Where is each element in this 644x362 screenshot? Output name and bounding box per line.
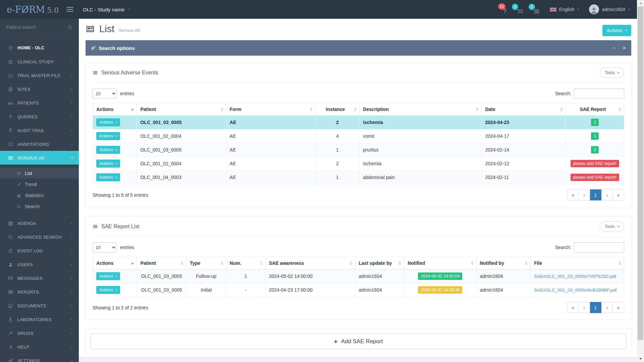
table-row[interactable]: Actions OLC_001_02_0004 AE 4 vomit 2024-…	[93, 129, 624, 143]
column-header-sae-awareness[interactable]: SAE awareness	[265, 257, 355, 269]
sidebar-item-advanced-search[interactable]: ADVANCED SEARCH	[0, 230, 79, 244]
add-sae-report-button[interactable]: + Add SAE Report	[91, 334, 626, 349]
sidebar-item-label: ANNOTATIONS	[17, 142, 71, 147]
language-selector[interactable]: English	[550, 7, 579, 12]
patient-search-input[interactable]	[6, 24, 67, 30]
column-header-patient[interactable]: Patient	[137, 103, 226, 116]
bed-icon	[6, 101, 14, 106]
table-row[interactable]: Actions OLC_001_03_0005 Initial - 2024-0…	[93, 283, 624, 297]
sidebar-item-queries[interactable]: ? QUERIES	[0, 110, 79, 123]
sae-report-tools-button[interactable]: Tools	[600, 221, 624, 232]
page-last-button[interactable]: »	[613, 302, 624, 313]
sidebar-item-audit-trail[interactable]: AUDIT TRAIL	[0, 123, 79, 137]
sidebar-item-drugs[interactable]: DRUGS	[0, 326, 79, 340]
sidebar-item-serious-ae[interactable]: SERIOUS AE	[0, 151, 79, 165]
row-actions-button[interactable]: Actions	[96, 272, 120, 280]
scroll-down-icon[interactable]	[639, 358, 642, 360]
sidebar-item-clinical-study[interactable]: CLINICAL STUDY	[0, 55, 79, 68]
sae-table: Actions Patient Form Instance Descriptio…	[93, 103, 624, 184]
column-header-last-update-by[interactable]: Last update by	[355, 257, 404, 269]
table-row[interactable]: Actions OLC_001_02_0004 AE 2 ischemia 20…	[93, 157, 624, 171]
page-next-button[interactable]: ›	[601, 302, 613, 313]
column-header-notified-by[interactable]: Notified by	[476, 257, 531, 269]
sidebar-item-reports[interactable]: REPORTS	[0, 285, 79, 299]
column-header-num[interactable]: Num.	[226, 257, 265, 269]
agenda-button[interactable]: 0	[534, 8, 540, 14]
column-header-type[interactable]: Type	[186, 257, 226, 269]
sae-report-missing-badge[interactable]: please add SAE report!	[571, 174, 619, 181]
column-header-sae-report[interactable]: SAE Report	[566, 103, 624, 116]
row-actions-button[interactable]: Actions	[96, 146, 120, 154]
sidebar-item-documents[interactable]: DOCUMENTS	[0, 299, 79, 312]
sae-report-count-badge[interactable]: 2	[591, 119, 599, 126]
submenu-item-statistics[interactable]: Statistics	[0, 190, 79, 201]
logo-version: 5.0	[47, 6, 59, 14]
column-header-actions[interactable]: Actions	[93, 103, 137, 116]
sidebar-item-help[interactable]: i HELP	[0, 340, 79, 354]
sidebar-item-event-log[interactable]: EVENT LOG	[0, 244, 79, 257]
sidebar-item-sites[interactable]: SITES	[0, 82, 79, 96]
page-first-button[interactable]: «	[567, 302, 579, 313]
file-link[interactable]: SAE#OLC_001_03_0005#6#B2B9BF.pdf	[534, 288, 616, 293]
sae-report-table-search-input[interactable]	[574, 242, 624, 252]
sidebar-item-home[interactable]: HOME - OLC	[0, 41, 79, 55]
sae-entries-select[interactable]: 10	[93, 88, 117, 99]
page-number-button[interactable]: 1	[590, 302, 601, 313]
close-icon[interactable]: ×	[622, 45, 626, 51]
row-actions-button[interactable]: Actions	[96, 160, 120, 168]
table-row[interactable]: Actions OLC_001_03_0005 Follow-up 1 2024…	[93, 269, 624, 283]
page-prev-button[interactable]: ‹	[579, 302, 590, 313]
file-link[interactable]: SAE#OLC_001_03_0005#7#97525D.pdf	[534, 274, 616, 279]
sae-report-missing-badge[interactable]: please add SAE report!	[571, 160, 619, 167]
cell-date: 2024-04-23	[482, 116, 566, 129]
vertical-scrollbar[interactable]	[637, 0, 644, 362]
sidebar-item-users[interactable]: USERS	[0, 257, 79, 271]
user-menu[interactable]: admin1604	[589, 4, 630, 14]
column-header-date[interactable]: Date	[482, 103, 566, 116]
column-header-patient[interactable]: Patient	[137, 257, 186, 269]
sidebar-toggle-icon[interactable]	[66, 7, 73, 12]
page-number-button[interactable]: 1	[590, 189, 601, 200]
submenu-item-trend[interactable]: Trend	[0, 179, 79, 190]
row-actions-button[interactable]: Actions	[96, 118, 120, 126]
row-actions-button[interactable]: Actions	[96, 286, 120, 294]
page-first-button[interactable]: «	[567, 189, 579, 200]
page-prev-button[interactable]: ‹	[579, 189, 590, 200]
sae-report-count-badge[interactable]: 2	[591, 146, 599, 154]
sidebar-item-patients[interactable]: PATIENTS	[0, 96, 79, 110]
table-row[interactable]: Actions OLC_001_03_0005 AE 1 pruritus 20…	[93, 143, 624, 157]
column-header-actions[interactable]: Actions	[93, 257, 137, 269]
sae-tools-button[interactable]: Tools	[600, 67, 624, 78]
study-selector[interactable]: OLC - Study name	[83, 7, 129, 12]
page-next-button[interactable]: ›	[601, 189, 613, 200]
submenu-item-search[interactable]: Search	[0, 201, 79, 212]
scrollbar-thumb[interactable]	[638, 6, 643, 340]
sidebar-item-agenda[interactable]: AGENDA	[0, 216, 79, 230]
column-header-instance[interactable]: Instance	[315, 103, 359, 116]
column-header-file[interactable]: File	[531, 257, 624, 269]
sae-report-count-badge[interactable]: 1	[591, 132, 599, 140]
row-actions-button[interactable]: Actions	[96, 173, 120, 181]
column-header-description[interactable]: Description	[360, 103, 482, 116]
table-row[interactable]: Actions OLC_001_04_0003 AE 1 abdominal p…	[93, 171, 624, 184]
column-header-form[interactable]: Form	[226, 103, 315, 116]
page-last-button[interactable]: »	[613, 189, 624, 200]
row-actions-button[interactable]: Actions	[96, 132, 120, 140]
chevron-down-icon	[115, 275, 117, 277]
sidebar-item-messages[interactable]: MESSAGES	[0, 271, 79, 285]
submenu-item-list[interactable]: List	[0, 168, 79, 179]
sidebar-item-label: MESSAGES	[17, 276, 71, 281]
sidebar-item-laboratories[interactable]: LABORATORIES	[0, 312, 79, 326]
collapse-icon[interactable]	[612, 47, 615, 50]
help-notifications-button[interactable]: ? 15	[503, 8, 507, 14]
sidebar-item-annotations[interactable]: ANNOTATIONS	[0, 137, 79, 151]
sidebar-item-trial-master-file[interactable]: TRIAL MASTER FILE	[0, 68, 79, 82]
scroll-up-icon[interactable]	[639, 2, 642, 4]
sae-report-entries-select[interactable]: 10	[93, 242, 117, 252]
column-header-notified[interactable]: Notified	[404, 257, 476, 269]
table-row[interactable]: Actions OLC_001_03_0005 AE 2 ischemia 20…	[93, 116, 624, 129]
page-actions-button[interactable]: Actions	[602, 25, 631, 36]
messages-button[interactable]: 0	[517, 8, 524, 14]
sae-table-search-input[interactable]	[574, 88, 624, 99]
sidebar-item-settings[interactable]: SETTINGS	[0, 354, 79, 362]
